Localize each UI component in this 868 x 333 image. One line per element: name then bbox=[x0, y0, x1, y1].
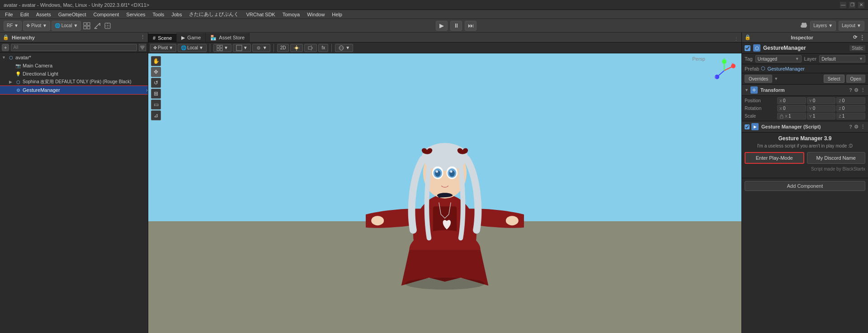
2d-btn[interactable]: 2D bbox=[277, 44, 289, 52]
transform-toggle[interactable] bbox=[93, 21, 102, 30]
select-button[interactable]: Select bbox=[824, 75, 844, 83]
menu-help[interactable]: Help bbox=[329, 11, 345, 18]
transform-section-header[interactable]: ▼ ⊹ Transform ? ⚙ ⋮ bbox=[742, 85, 868, 96]
menu-tomoya[interactable]: Tomoya bbox=[279, 11, 303, 18]
gizmos-btn[interactable]: ▼ bbox=[335, 44, 353, 52]
svg-point-46 bbox=[371, 216, 384, 225]
inspector-menu-icon[interactable]: ⋮ bbox=[859, 34, 865, 41]
local-dropdown[interactable]: 🌐 Local ▼ bbox=[52, 21, 81, 31]
object-active-toggle[interactable] bbox=[745, 45, 750, 51]
hierarchy-search-input[interactable] bbox=[11, 44, 137, 51]
transform-tool[interactable]: ⊿ bbox=[151, 110, 161, 120]
inspector-title: Inspector bbox=[791, 35, 813, 40]
minimize-button[interactable]: — bbox=[840, 2, 846, 8]
hierarchy-item-avatar[interactable]: ▼ ⬡ avatar* bbox=[0, 53, 148, 62]
position-x[interactable]: X0 bbox=[777, 97, 806, 104]
rect-tool[interactable]: ▭ bbox=[151, 100, 161, 109]
tab-game[interactable]: ▶ Game bbox=[177, 33, 206, 42]
open-button[interactable]: Open bbox=[846, 75, 865, 83]
move-tool[interactable]: ✥ bbox=[151, 67, 161, 77]
snap-toggle[interactable] bbox=[103, 21, 112, 30]
grid-btn[interactable]: ▼ bbox=[213, 44, 231, 52]
inspector-history-icon[interactable]: ⟳ bbox=[853, 34, 857, 40]
add-component-button[interactable]: Add Component bbox=[745, 181, 865, 191]
local-label: Local bbox=[187, 45, 198, 50]
rotation-x[interactable]: X0 bbox=[777, 105, 806, 112]
hand-tool[interactable]: ✋ bbox=[151, 56, 161, 66]
tab-asset-store[interactable]: 🏪 Asset Store bbox=[206, 33, 250, 42]
scale-x[interactable]: X1 bbox=[777, 113, 806, 119]
game-label: Game bbox=[187, 35, 201, 40]
hierarchy-filter-icon[interactable] bbox=[139, 44, 146, 51]
close-button[interactable]: ✕ bbox=[858, 2, 864, 8]
menu-gameobject[interactable]: GameObject bbox=[55, 11, 90, 18]
menu-services[interactable]: Services bbox=[123, 11, 148, 18]
svg-text:Z: Z bbox=[714, 76, 717, 79]
hierarchy-item-gesture-manager[interactable]: ▶ ⚙ GestureManager › bbox=[0, 86, 148, 94]
enter-playmode-button[interactable]: Enter Play-Mode bbox=[745, 152, 804, 164]
gesture-manager-header[interactable]: ▶ Gesture Manager (Script) ? ⚙ ⋮ bbox=[742, 121, 868, 133]
layers-dropdown[interactable]: Layers ▼ bbox=[810, 21, 836, 31]
hierarchy-add-button[interactable]: + bbox=[2, 44, 9, 51]
gesture-settings-icon[interactable]: ⚙ bbox=[854, 124, 859, 130]
menu-component[interactable]: Component bbox=[90, 11, 122, 18]
rotation-y[interactable]: Y0 bbox=[807, 105, 836, 112]
cloud-services[interactable] bbox=[800, 23, 807, 29]
gesture-manager-toggle[interactable] bbox=[745, 124, 750, 129]
hierarchy-title: Hierarchy bbox=[12, 35, 35, 40]
rf-dropdown[interactable]: RF ▼ bbox=[4, 21, 22, 31]
position-y[interactable]: Y0 bbox=[807, 97, 836, 104]
hierarchy-menu-icon[interactable]: ⋮ bbox=[140, 34, 145, 40]
tabs-more-icon[interactable]: ⋮ bbox=[734, 36, 741, 42]
discord-button[interactable]: My Discord Name bbox=[807, 152, 866, 164]
transform-settings-icon[interactable]: ⚙ bbox=[854, 87, 859, 93]
persp-text: Persp bbox=[692, 56, 705, 62]
audio-btn[interactable] bbox=[304, 44, 317, 52]
menu-edit[interactable]: Edit bbox=[17, 11, 32, 18]
scale-tool[interactable]: ⊞ bbox=[151, 89, 161, 99]
layer-dropdown[interactable]: Default ▼ bbox=[819, 55, 865, 62]
transform-help-icon[interactable]: ? bbox=[849, 87, 852, 93]
tab-scene[interactable]: # Scene bbox=[148, 33, 177, 42]
sophina-label: Sophina 改変用 DEFAULT ONLY (Pink) (Rouge B… bbox=[23, 79, 131, 85]
menu-jobs[interactable]: Jobs bbox=[168, 11, 185, 18]
gesture-help-icon[interactable]: ? bbox=[849, 124, 852, 130]
tag-dropdown[interactable]: Untagged ▼ bbox=[755, 55, 802, 62]
grid-toggle[interactable] bbox=[82, 21, 91, 30]
overrides-button[interactable]: Overrides bbox=[745, 75, 772, 83]
transform-menu-icon[interactable]: ⋮ bbox=[860, 87, 865, 93]
menu-japanese[interactable]: さたにあしょびぷんく bbox=[186, 10, 242, 18]
svg-rect-58 bbox=[780, 116, 783, 119]
snap-btn[interactable]: ▼ bbox=[233, 44, 251, 52]
scale-z[interactable]: Z1 bbox=[836, 113, 865, 119]
pause-button[interactable]: ⏸ bbox=[450, 21, 462, 31]
gesture-menu-icon[interactable]: ⋮ bbox=[860, 124, 865, 130]
position-z[interactable]: Z0 bbox=[836, 97, 865, 104]
hierarchy-item-camera[interactable]: ▶ 📷 Main Camera bbox=[0, 62, 148, 70]
light-btn[interactable] bbox=[290, 44, 303, 52]
local-btn[interactable]: 🌐 Local ▼ bbox=[178, 44, 207, 52]
prefab-row: Prefab ⬡ GestureManager bbox=[742, 64, 868, 73]
asset-store-icon: 🏪 bbox=[210, 35, 217, 41]
hierarchy-item-light[interactable]: ▶ 💡 Directional Light bbox=[0, 70, 148, 78]
maximize-button[interactable]: ❐ bbox=[849, 2, 855, 8]
rotate-tool[interactable]: ↺ bbox=[151, 78, 161, 88]
fx-btn[interactable]: fx bbox=[318, 44, 328, 52]
grid-icon bbox=[217, 45, 223, 51]
pivot-btn[interactable]: ✥ Pivot ▼ bbox=[150, 44, 176, 52]
hierarchy-item-sophina[interactable]: ▶ ⬡ Sophina 改変用 DEFAULT ONLY (Pink) (Rou… bbox=[0, 78, 148, 86]
view-options-btn[interactable]: ▼ bbox=[252, 44, 270, 52]
menu-file[interactable]: File bbox=[2, 11, 16, 18]
menu-tools[interactable]: Tools bbox=[150, 11, 168, 18]
menu-window[interactable]: Window bbox=[304, 11, 328, 18]
scale-y[interactable]: Y1 bbox=[807, 113, 836, 119]
play-button[interactable]: ▶ bbox=[436, 21, 448, 31]
rotation-z[interactable]: Z0 bbox=[836, 105, 865, 112]
pivot-dropdown[interactable]: ✥ Pivot ▼ bbox=[23, 21, 50, 31]
menu-assets[interactable]: Assets bbox=[33, 11, 54, 18]
fx-label: fx bbox=[321, 45, 325, 50]
prefab-name[interactable]: GestureManager bbox=[767, 66, 805, 71]
menu-vrchat-sdk[interactable]: VRChat SDK bbox=[243, 11, 278, 18]
layout-dropdown[interactable]: Layout ▼ bbox=[839, 21, 864, 31]
step-button[interactable]: ⏭ bbox=[465, 21, 476, 31]
